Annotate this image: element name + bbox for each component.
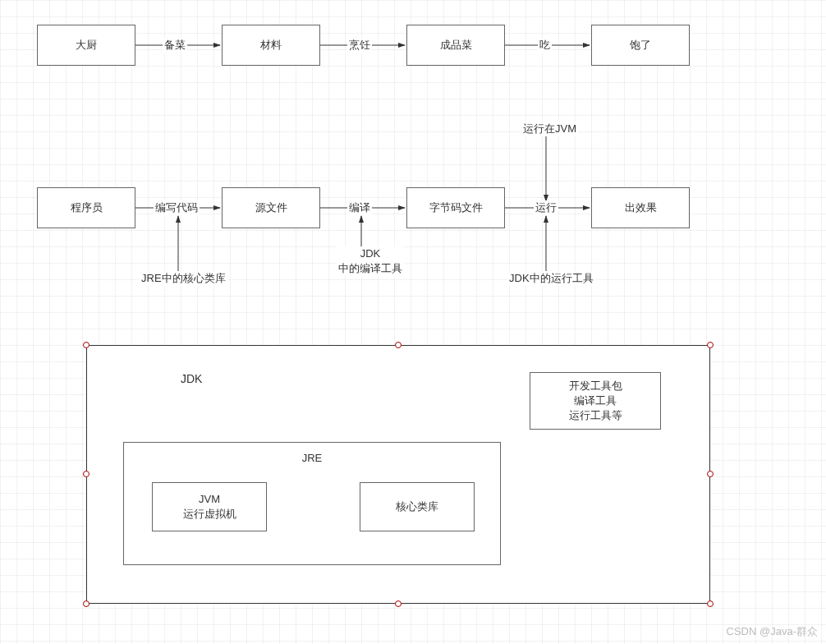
box-chef: 大厨 bbox=[37, 25, 135, 66]
arrow-label-compile: 编译 bbox=[347, 200, 372, 215]
resize-handle-nw[interactable] bbox=[83, 342, 89, 348]
arrow-label-cook: 烹饪 bbox=[347, 38, 372, 53]
resize-handle-w[interactable] bbox=[83, 471, 89, 477]
resize-handle-se[interactable] bbox=[707, 600, 714, 607]
box-source-file: 源文件 bbox=[222, 187, 320, 228]
arrow-label-run: 运行 bbox=[534, 200, 558, 215]
label-jdk-compile-tool: JDK 中的编译工具 bbox=[337, 246, 404, 276]
box-result: 出效果 bbox=[591, 187, 690, 228]
arrow-label-eat: 吃 bbox=[538, 38, 552, 53]
arrow-label-write-code: 编写代码 bbox=[154, 200, 200, 215]
box-jvm: JVM 运行虚拟机 bbox=[152, 482, 267, 531]
label-jre: JRE bbox=[302, 451, 323, 466]
box-dev-tools: 开发工具包 编译工具 运行工具等 bbox=[530, 372, 661, 430]
watermark: CSDN @Java-群众 bbox=[727, 624, 818, 639]
arrow-label-prep: 备菜 bbox=[163, 38, 187, 53]
resize-handle-e[interactable] bbox=[707, 471, 714, 477]
resize-handle-ne[interactable] bbox=[707, 342, 714, 348]
resize-handle-s[interactable] bbox=[395, 600, 402, 607]
box-dish: 成品菜 bbox=[406, 25, 505, 66]
label-run-on-jvm: 运行在JVM bbox=[521, 122, 578, 136]
box-bytecode: 字节码文件 bbox=[406, 187, 505, 228]
box-core-lib: 核心类库 bbox=[360, 482, 475, 531]
resize-handle-sw[interactable] bbox=[83, 600, 89, 607]
label-jre-core-lib: JRE中的核心类库 bbox=[140, 271, 227, 286]
box-full: 饱了 bbox=[591, 25, 690, 66]
box-material: 材料 bbox=[222, 25, 320, 66]
label-jdk-run-tool: JDK中的运行工具 bbox=[507, 271, 595, 286]
label-jdk: JDK bbox=[181, 372, 202, 385]
diagram-canvas: 大厨 材料 成品菜 饱了 备菜 烹饪 吃 程序员 源文件 字节码文件 出效果 编… bbox=[0, 0, 826, 644]
box-programmer: 程序员 bbox=[37, 187, 135, 228]
resize-handle-n[interactable] bbox=[395, 342, 402, 348]
